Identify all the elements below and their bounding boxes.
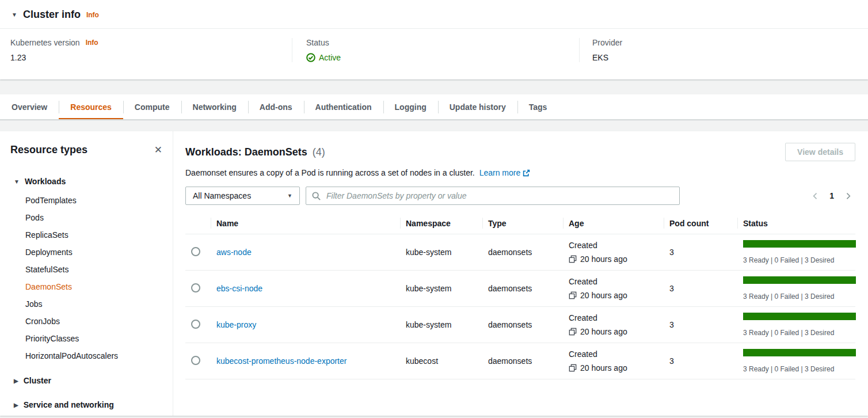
namespace-cell: kube-system	[400, 307, 482, 343]
pod-count-cell: 3	[664, 343, 737, 379]
daemonsets-content: Workloads: DaemonSets (4) View details D…	[173, 131, 868, 416]
cluster-info-fields: Kubernetes version Info 1.23 Status Acti…	[0, 29, 868, 79]
status-cell: 3 Ready | 0 Failed | 3 Desired	[737, 307, 855, 343]
sidebar-group-service-networking[interactable]: ▶ Service and networking	[0, 397, 173, 413]
column-header-age[interactable]: Age	[563, 214, 664, 234]
column-header-type[interactable]: Type	[482, 214, 563, 234]
pod-count-cell: 3	[664, 307, 737, 343]
sidebar-group-workloads[interactable]: ▼ Workloads	[0, 173, 173, 189]
previous-page-button[interactable]	[812, 192, 819, 200]
cluster-tabs: Overview Resources Compute Networking Ad…	[0, 94, 868, 120]
tab-resources[interactable]: Resources	[59, 94, 123, 119]
namespace-cell: kube-system	[400, 271, 482, 307]
sidebar-item-jobs[interactable]: Jobs	[0, 295, 173, 313]
column-header-status[interactable]: Status	[737, 214, 855, 234]
age-cell: Created 20 hours ago	[563, 343, 664, 379]
select-cell	[185, 234, 211, 271]
namespace-select-value: All Namespaces	[193, 191, 251, 200]
cluster-info-link[interactable]: Info	[86, 11, 99, 19]
search-box[interactable]	[306, 187, 680, 205]
sidebar-item-statefulsets[interactable]: StatefulSets	[0, 261, 173, 278]
copy-icon[interactable]	[569, 364, 577, 372]
tab-compute[interactable]: Compute	[123, 94, 181, 119]
namespace-select[interactable]: All Namespaces ▼	[185, 187, 300, 205]
sidebar-group-cluster[interactable]: ▶ Cluster	[0, 373, 173, 389]
kubernetes-version-label: Kubernetes version	[10, 38, 80, 47]
collapse-section-icon[interactable]: ▼	[12, 12, 17, 18]
tab-update-history[interactable]: Update history	[438, 94, 517, 119]
row-radio[interactable]	[191, 320, 200, 329]
sidebar-item-replicasets[interactable]: ReplicaSets	[0, 226, 173, 244]
kubernetes-version-info-link[interactable]: Info	[86, 39, 98, 47]
name-cell: ebs-csi-node	[211, 271, 400, 307]
tab-add-ons[interactable]: Add-ons	[248, 94, 304, 119]
provider-label: Provider	[592, 38, 856, 47]
tab-overview[interactable]: Overview	[0, 94, 59, 119]
caret-down-icon: ▼	[14, 178, 20, 185]
sidebar-item-podtemplates[interactable]: PodTemplates	[0, 192, 173, 209]
tab-authentication[interactable]: Authentication	[304, 94, 383, 119]
sidebar-item-horizontalpodautoscalers[interactable]: HorizontalPodAutoscalers	[0, 347, 173, 364]
copy-icon[interactable]	[569, 255, 577, 263]
copy-icon[interactable]	[569, 328, 577, 336]
current-page[interactable]: 1	[829, 191, 834, 200]
column-header-pod-count[interactable]: Pod count	[664, 214, 737, 234]
sidebar-item-priorityclasses[interactable]: PriorityClasses	[0, 330, 173, 347]
status-bar	[743, 313, 856, 320]
view-details-button[interactable]: View details	[785, 143, 855, 161]
column-header-name[interactable]: Name	[211, 214, 400, 234]
status-bar	[743, 240, 856, 248]
provider-field: Provider EKS	[579, 38, 868, 62]
search-icon	[312, 192, 321, 200]
tab-logging[interactable]: Logging	[383, 94, 438, 119]
learn-more-text: Learn more	[479, 168, 521, 177]
status-value: Active	[306, 53, 568, 62]
cluster-info-title-row: ▼ Cluster info Info	[0, 0, 868, 29]
row-radio[interactable]	[191, 356, 200, 365]
age-cell: Created 20 hours ago	[563, 271, 664, 307]
type-cell: daemonsets	[482, 234, 563, 271]
row-radio[interactable]	[191, 247, 200, 256]
caret-right-icon: ▶	[14, 378, 18, 384]
row-radio[interactable]	[191, 283, 200, 292]
search-input[interactable]	[325, 191, 673, 201]
name-cell: kube-proxy	[211, 307, 400, 343]
tab-tags[interactable]: Tags	[517, 94, 559, 119]
age-value: 20 hours ago	[580, 291, 627, 300]
close-icon[interactable]: ✕	[153, 144, 163, 156]
chevron-down-icon: ▼	[287, 193, 292, 199]
select-column-header	[185, 214, 211, 234]
copy-icon[interactable]	[569, 291, 577, 299]
sidebar-item-deployments[interactable]: Deployments	[0, 244, 173, 261]
name-cell: kubecost-prometheus-node-exporter	[211, 343, 400, 379]
status-cell: 3 Ready | 0 Failed | 3 Desired	[737, 343, 855, 379]
sidebar-item-pods[interactable]: Pods	[0, 209, 173, 226]
column-header-namespace[interactable]: Namespace	[400, 214, 482, 234]
daemonset-name-link[interactable]: aws-node	[216, 248, 252, 257]
daemonsets-title: Workloads: DaemonSets (4)	[185, 146, 325, 158]
daemonset-name-link[interactable]: ebs-csi-node	[216, 284, 262, 293]
resource-types-tree: ▼ Workloads PodTemplates Pods ReplicaSet…	[0, 173, 173, 413]
tab-networking[interactable]: Networking	[181, 94, 248, 119]
table-row: aws-node kube-system daemonsets Created …	[185, 234, 855, 271]
age-cell: Created 20 hours ago	[563, 307, 664, 343]
next-page-button[interactable]	[844, 192, 852, 200]
external-link-icon	[523, 169, 530, 177]
status-bar	[743, 349, 856, 356]
sidebar-item-cronjobs[interactable]: CronJobs	[0, 313, 173, 330]
filter-row: All Namespaces ▼ 1	[185, 187, 855, 205]
learn-more-link[interactable]: Learn more	[479, 168, 531, 177]
description-text: Daemonset ensures a copy of a Pod is run…	[185, 168, 475, 177]
kubernetes-version-field: Kubernetes version Info 1.23	[0, 38, 292, 62]
daemonset-name-link[interactable]: kube-proxy	[216, 320, 256, 329]
table-header-row: Name Namespace Type Age Pod count Status	[185, 214, 855, 234]
status-bar	[743, 276, 856, 284]
status-text: 3 Ready | 0 Failed | 3 Desired	[743, 256, 855, 264]
daemonset-name-link[interactable]: kubecost-prometheus-node-exporter	[216, 356, 347, 366]
service-group-label: Service and networking	[24, 400, 114, 409]
cluster-info-card: ▼ Cluster info Info Kubernetes version I…	[0, 0, 868, 79]
resource-types-sidebar: Resource types ✕ ▼ Workloads PodTemplate…	[0, 131, 173, 416]
sidebar-item-daemonsets[interactable]: DaemonSets	[0, 278, 173, 295]
daemonsets-count: (4)	[313, 146, 325, 158]
name-cell: aws-node	[211, 234, 400, 271]
